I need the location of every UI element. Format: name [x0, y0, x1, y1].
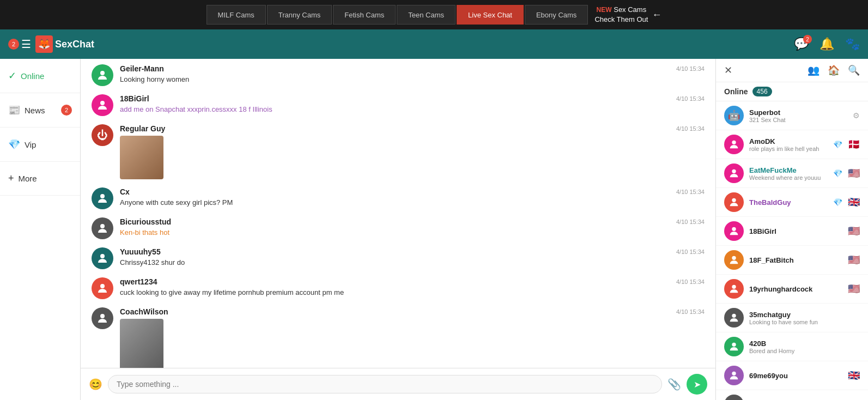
message-timestamp: 4/10 15:34: [676, 65, 705, 72]
send-icon: ➤: [694, 379, 701, 390]
emoji-button[interactable]: 😊: [89, 378, 102, 391]
list-item[interactable]: 69me69you 🇬🇧: [716, 361, 868, 390]
user-status: Weekend where are youuu: [749, 174, 828, 181]
attach-button[interactable]: 📎: [667, 378, 681, 391]
sidebar-item-more[interactable]: + More: [0, 162, 80, 196]
user-name: 420B: [749, 340, 860, 348]
message-username: Cx: [120, 187, 130, 196]
avatar: ⏻: [92, 124, 113, 146]
send-button[interactable]: ➤: [687, 374, 707, 395]
vip-icon: 💎: [8, 138, 20, 150]
back-arrow-icon[interactable]: ←: [652, 9, 661, 21]
message-username: 18BiGirl: [120, 94, 149, 103]
main-header: 2 ☰ 🦊 SexChat 💬 2 🔔 🐾: [0, 29, 868, 59]
message-text: Looking horny women: [120, 75, 705, 84]
list-item[interactable]: AmoDK role plays im like hell yeah 💎 🇩🇰: [716, 130, 868, 159]
user-status: role plays im like hell yeah: [749, 146, 828, 152]
promo-banner[interactable]: NEW Sex Cams Check Them Out: [594, 5, 648, 25]
nav-tranny-cams[interactable]: Tranny Cams: [267, 5, 332, 25]
nav-ebony-cams[interactable]: Ebony Cams: [525, 5, 588, 25]
svg-point-9: [732, 198, 736, 202]
gem-icon: 💎: [833, 140, 842, 149]
message-image[interactable]: [120, 136, 163, 179]
list-item[interactable]: 19yrhunghardcock 🇺🇸: [716, 275, 868, 304]
message-image[interactable]: Suck it for me!: [120, 319, 163, 368]
sidebar-item-more-label: More: [19, 174, 37, 183]
flag-icon: 🇬🇧: [848, 369, 860, 381]
gem-icon: 💎: [833, 169, 842, 178]
message-username: Yuuuuhy55: [120, 247, 161, 256]
chat-input[interactable]: [108, 375, 662, 393]
nav-teen-cams[interactable]: Teen Cams: [397, 5, 456, 25]
message-timestamp: 4/10 15:34: [676, 189, 705, 195]
user-name: AmoDK: [749, 137, 828, 146]
list-item[interactable]: 35mchatguy Looking to have some fun: [716, 304, 868, 332]
table-row: Cx 4/10 15:34 Anyone with cute sexy girl…: [92, 187, 705, 209]
chat-input-area: 😊 📎 ➤: [81, 368, 715, 400]
svg-point-13: [732, 314, 736, 318]
nav-live-sex-chat[interactable]: Live Sex Chat: [457, 5, 524, 25]
list-item[interactable]: 18BiGirl 🇺🇸: [716, 217, 868, 246]
user-list: 🤖 Superbot 321 Sex Chat ⚙ AmoDK role pla…: [716, 101, 868, 400]
home-icon-button[interactable]: 🏠: [828, 64, 840, 76]
svg-point-1: [100, 101, 105, 105]
svg-point-7: [732, 141, 736, 144]
list-item[interactable]: 7inchguy 🇩🇪: [716, 390, 868, 400]
avatar: [724, 395, 744, 400]
sidebar-item-vip-label: Vip: [25, 140, 36, 149]
top-navigation: MILF Cams Tranny Cams Fetish Cams Teen C…: [0, 0, 868, 29]
message-text: Chrissy4132 shur do: [120, 258, 705, 268]
list-item[interactable]: 420B Bored and Horny: [716, 332, 868, 361]
menu-button[interactable]: 2 ☰: [8, 38, 31, 51]
list-item[interactable]: 🤖 Superbot 321 Sex Chat ⚙: [716, 101, 868, 130]
list-item[interactable]: EatMeFuckMe Weekend where are youuu 💎 🇺🇸: [716, 159, 868, 188]
sidebar-item-vip[interactable]: 💎 Vip: [0, 128, 80, 162]
svg-point-3: [100, 224, 105, 228]
logo-icon: 🦊: [35, 35, 53, 53]
online-icon: ✓: [8, 70, 16, 82]
list-item[interactable]: 18F_FatBitch 🇺🇸: [716, 246, 868, 275]
avatar: [92, 307, 113, 329]
more-icon: +: [8, 173, 14, 184]
search-icon-button[interactable]: 🔍: [848, 64, 860, 76]
messages-button[interactable]: 💬 2: [794, 37, 809, 51]
user-info: EatMeFuckMe Weekend where are youuu: [749, 166, 828, 181]
user-name: 69me69you: [749, 372, 842, 380]
notifications-button[interactable]: 🔔: [820, 37, 834, 51]
message-content: Regular Guy 4/10 15:34: [120, 124, 705, 179]
sidebar: ✓ Online 📰 News 2 💎 Vip + More: [0, 59, 81, 400]
flag-icon: 🇩🇰: [848, 138, 860, 150]
flag-icon: 🇬🇧: [848, 196, 860, 208]
settings-icon: ⚙: [853, 111, 860, 120]
message-timestamp: 4/10 15:34: [676, 95, 705, 102]
messages-badge: 2: [803, 35, 812, 44]
svg-point-11: [732, 256, 736, 260]
svg-point-14: [732, 343, 736, 347]
svg-point-15: [732, 372, 736, 375]
message-text: cuck looking to give away my lifetime po…: [120, 288, 705, 298]
settings-button[interactable]: 🐾: [845, 37, 860, 51]
sidebar-item-news[interactable]: 📰 News 2: [0, 93, 80, 128]
nav-fetish-cams[interactable]: Fetish Cams: [333, 5, 396, 25]
user-info: AmoDK role plays im like hell yeah: [749, 137, 828, 152]
menu-icon: ☰: [21, 38, 31, 51]
sidebar-item-online[interactable]: ✓ Online: [0, 59, 80, 93]
message-content: Geiler-Mann 4/10 15:34 Looking horny wom…: [120, 64, 705, 84]
message-content: Bicuriousstud 4/10 15:34 Ken-bi thats ho…: [120, 217, 705, 238]
user-status: Bored and Horny: [749, 348, 860, 354]
table-row: qwert1234 4/10 15:34 cuck looking to giv…: [92, 277, 705, 299]
avatar: [724, 279, 744, 299]
avatar: [92, 64, 113, 86]
users-icon-button[interactable]: 👥: [808, 64, 820, 76]
sidebar-item-online-label: Online: [21, 71, 44, 81]
message-text: Ken-bi thats hot: [120, 228, 705, 238]
table-row: Geiler-Mann 4/10 15:34 Looking horny wom…: [92, 64, 705, 86]
list-item[interactable]: TheBaldGuy 💎 🇬🇧: [716, 188, 868, 217]
message-content: qwert1234 4/10 15:34 cuck looking to giv…: [120, 277, 705, 298]
user-name: 18F_FatBitch: [749, 256, 842, 264]
close-button[interactable]: ✕: [724, 64, 732, 76]
user-name: EatMeFuckMe: [749, 166, 828, 174]
user-info: 35mchatguy Looking to have some fun: [749, 311, 860, 325]
nav-milf-cams[interactable]: MILF Cams: [207, 5, 266, 25]
news-icon: 📰: [8, 104, 20, 116]
